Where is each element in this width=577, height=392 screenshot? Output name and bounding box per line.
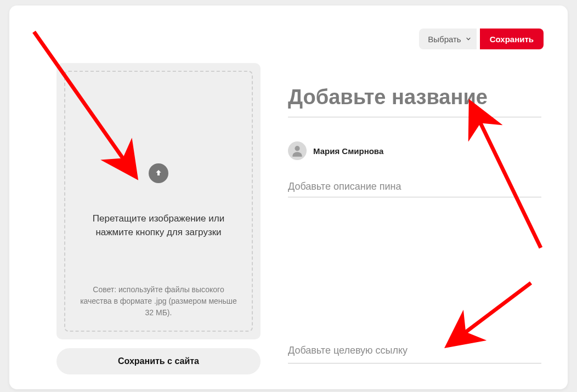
top-controls: Выбрать Сохранить	[419, 29, 544, 49]
upload-column: Перетащите изображение или нажмите кнопк…	[56, 63, 261, 374]
upload-dropzone[interactable]: Перетащите изображение или нажмите кнопк…	[64, 71, 253, 332]
form-column: Мария Смирнова	[288, 82, 541, 197]
upload-arrow-icon	[149, 163, 168, 183]
board-select-button[interactable]: Выбрать	[419, 29, 476, 49]
board-select-label: Выбрать	[428, 35, 461, 44]
upload-tip-text: Совет: используйте файлы высокого качест…	[65, 284, 252, 319]
upload-instruction-text: Перетащите изображение или нажмите кнопк…	[87, 212, 230, 240]
upload-area[interactable]: Перетащите изображение или нажмите кнопк…	[56, 63, 261, 339]
author-row: Мария Смирнова	[288, 141, 541, 160]
avatar	[288, 141, 307, 160]
description-input[interactable]	[288, 179, 541, 197]
title-input[interactable]	[288, 82, 541, 117]
destination-link-input[interactable]	[288, 343, 541, 363]
author-name: Мария Смирнова	[313, 146, 383, 156]
save-from-site-button[interactable]: Сохранить с сайта	[56, 348, 261, 374]
svg-point-0	[295, 146, 299, 151]
pin-composer-panel: Выбрать Сохранить Перетащите изображение…	[9, 5, 568, 389]
chevron-down-icon	[466, 36, 471, 42]
user-icon	[290, 144, 304, 158]
save-button[interactable]: Сохранить	[480, 29, 544, 49]
